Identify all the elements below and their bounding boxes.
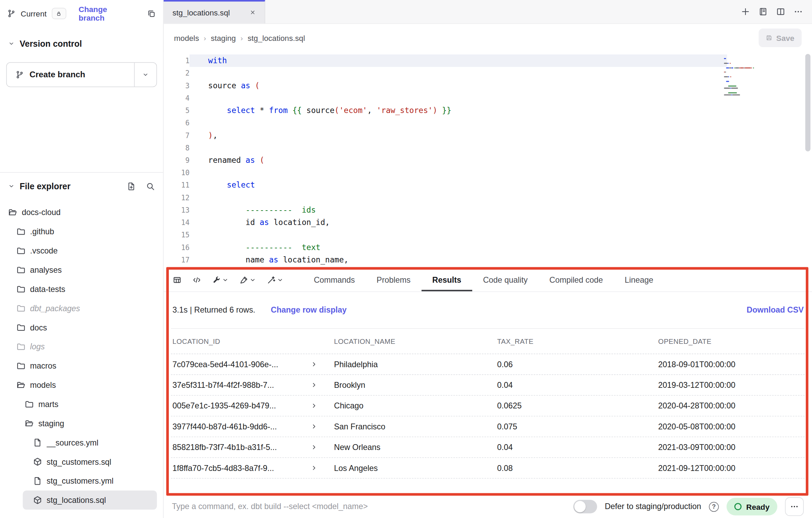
table-row[interactable]: 858218fb-73f7-4b1b-a31f-5...New Orleans0… bbox=[171, 437, 805, 458]
more-options-button[interactable] bbox=[785, 497, 804, 516]
tab-title: stg_locations.sql bbox=[172, 8, 230, 17]
table-row[interactable]: 005e7e1c-1935-4269-b479...Chicago0.06252… bbox=[171, 396, 805, 416]
tree-item-label: __sources.yml bbox=[47, 438, 98, 447]
minimap[interactable] bbox=[724, 58, 772, 97]
version-control-header[interactable]: Version control bbox=[0, 32, 163, 55]
panel-tab-results[interactable]: Results bbox=[421, 268, 472, 291]
breadcrumb-item[interactable]: staging bbox=[211, 33, 236, 42]
download-csv-link[interactable]: Download CSV bbox=[747, 305, 804, 315]
line-number: 14 bbox=[164, 218, 189, 227]
table-icon[interactable] bbox=[173, 275, 181, 284]
new-tab-icon[interactable] bbox=[741, 7, 750, 16]
minimap-line bbox=[724, 72, 772, 73]
create-branch-button[interactable]: Create branch bbox=[6, 62, 157, 87]
change-branch-link[interactable]: Change branch bbox=[79, 5, 135, 22]
table-row[interactable]: 1f8ffa70-7cb5-4d83-8a7f-9...Los Angeles0… bbox=[171, 458, 805, 478]
current-branch-label: Current bbox=[21, 9, 46, 18]
breadcrumb-separator: › bbox=[241, 34, 243, 42]
tree-item-stg-locations-sql[interactable]: stg_locations.sql bbox=[23, 491, 157, 510]
file-explorer-header[interactable]: File explorer bbox=[0, 175, 163, 198]
code-text: ---------- text bbox=[189, 241, 727, 254]
folder-icon bbox=[16, 227, 25, 236]
fix-tool-dropdown[interactable] bbox=[267, 275, 283, 284]
tree-item-dbt-packages[interactable]: dbt_packages bbox=[0, 299, 163, 318]
new-file-icon[interactable] bbox=[127, 182, 136, 191]
code-line: 1with bbox=[164, 54, 812, 67]
cell: 2018-09-01T00:00:00 bbox=[657, 360, 805, 369]
tree-item-vscode[interactable]: .vscode bbox=[0, 241, 163, 260]
breadcrumb-item[interactable]: models bbox=[174, 33, 199, 42]
chevron-right-icon[interactable] bbox=[311, 382, 317, 388]
tree-item-models[interactable]: models bbox=[0, 375, 163, 395]
table-row[interactable]: 3977f440-b87d-461b-9dd6-...San Francisco… bbox=[171, 416, 805, 437]
code-icon[interactable] bbox=[193, 275, 201, 284]
close-icon[interactable] bbox=[250, 9, 256, 15]
scrollbar[interactable] bbox=[805, 54, 810, 151]
column-header-opened-date: OPENED_DATE bbox=[657, 337, 805, 345]
copy-icon[interactable] bbox=[147, 9, 156, 18]
breadcrumb-item[interactable]: stg_locations.sql bbox=[247, 33, 305, 42]
file-icon bbox=[33, 438, 42, 447]
save-button[interactable]: Save bbox=[759, 29, 802, 47]
tabstrip-actions bbox=[741, 0, 812, 23]
panel-tab-lineage[interactable]: Lineage bbox=[614, 268, 664, 291]
create-branch-main[interactable]: Create branch bbox=[7, 63, 134, 87]
save-label: Save bbox=[776, 33, 794, 42]
tree-item-stg-customers-sql[interactable]: stg_customers.sql bbox=[0, 452, 163, 471]
line-number: 11 bbox=[164, 181, 189, 189]
table-row[interactable]: 7c079cea-5ed4-4101-906e-...Philadelphia0… bbox=[171, 354, 805, 375]
minimap-line bbox=[724, 88, 772, 89]
table-row[interactable]: 37e5f311-b7f4-4f2f-988b-7...Brooklyn0.04… bbox=[171, 375, 805, 395]
chevron-right-icon[interactable] bbox=[311, 444, 317, 451]
panel-tab-compiled-code[interactable]: Compiled code bbox=[538, 268, 614, 291]
tree-item-logs[interactable]: logs bbox=[0, 337, 163, 356]
defer-toggle[interactable] bbox=[573, 500, 597, 513]
minimap-line bbox=[724, 67, 772, 68]
toggle-knob bbox=[574, 501, 585, 512]
change-row-display-link[interactable]: Change row display bbox=[271, 305, 347, 315]
cell: 1f8ffa70-7cb5-4d83-8a7f-9... bbox=[171, 463, 333, 473]
create-branch-dropdown[interactable] bbox=[135, 63, 156, 87]
tree-item-marts[interactable]: marts bbox=[0, 395, 163, 414]
tree-item-docs-cloud[interactable]: docs-cloud bbox=[0, 203, 163, 222]
tree-item-label: stg_customers.sql bbox=[47, 457, 111, 466]
code-line: 8 bbox=[164, 142, 812, 154]
tree-item-docs[interactable]: docs bbox=[0, 318, 163, 337]
tree-item-staging[interactable]: staging bbox=[0, 414, 163, 433]
column-header-location-name: LOCATION_NAME bbox=[333, 337, 496, 345]
version-control-title: Version control bbox=[20, 38, 82, 48]
tree-item-stg-customers-yml[interactable]: stg_customers.yml bbox=[0, 471, 163, 491]
tree-item-label: logs bbox=[30, 342, 45, 351]
chevron-right-icon[interactable] bbox=[311, 423, 317, 430]
code-editor[interactable]: 1with23source as (45 select * from {{ so… bbox=[164, 52, 812, 268]
tree-item-github[interactable]: .github bbox=[0, 222, 163, 241]
tree-item-sources-yml[interactable]: __sources.yml bbox=[0, 433, 163, 452]
build-tool-dropdown[interactable] bbox=[212, 275, 229, 284]
command-input[interactable] bbox=[172, 502, 565, 511]
panel-tab-code-quality[interactable]: Code quality bbox=[472, 268, 538, 291]
ellipsis-icon[interactable] bbox=[794, 7, 803, 16]
cell: 2020-05-08T00:00:00 bbox=[657, 422, 805, 431]
editor-lines: 1with23source as (45 select * from {{ so… bbox=[164, 54, 812, 266]
format-tool-dropdown[interactable] bbox=[240, 275, 256, 284]
tree-item-data-tests[interactable]: data-tests bbox=[0, 280, 163, 299]
tab-stg-locations-sql[interactable]: stg_locations.sql bbox=[164, 0, 265, 23]
cell: 2020-04-28T00:00:00 bbox=[657, 401, 805, 410]
tree-item-macros[interactable]: macros bbox=[0, 356, 163, 375]
search-icon[interactable] bbox=[146, 182, 155, 191]
code-text: source as ( bbox=[189, 79, 727, 92]
chevron-down-icon bbox=[250, 277, 256, 283]
split-columns-icon[interactable] bbox=[776, 7, 785, 16]
file-icon bbox=[33, 476, 42, 485]
chevron-right-icon[interactable] bbox=[311, 465, 317, 472]
chevron-right-icon[interactable] bbox=[311, 402, 317, 409]
notebook-icon[interactable] bbox=[759, 7, 768, 16]
panel-tab-problems[interactable]: Problems bbox=[366, 268, 421, 291]
panel-tab-commands[interactable]: Commands bbox=[303, 268, 366, 291]
tree-item-analyses[interactable]: analyses bbox=[0, 260, 163, 280]
chevron-right-icon[interactable] bbox=[311, 361, 317, 368]
file-explorer-title: File explorer bbox=[20, 181, 70, 191]
version-control-section: Version control Create branch bbox=[0, 27, 163, 172]
help-icon[interactable]: ? bbox=[709, 502, 719, 511]
cell: 0.0625 bbox=[496, 401, 657, 410]
